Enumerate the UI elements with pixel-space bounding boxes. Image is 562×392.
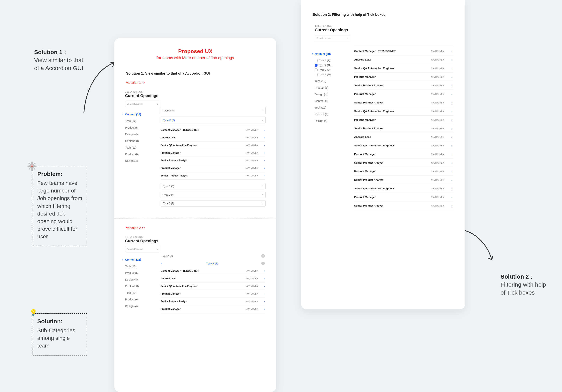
- job-location: NAVI MUMBAI: [246, 152, 261, 154]
- job-row[interactable]: Product ManagerNAVI MUMBAI›: [354, 193, 453, 202]
- accordion-type-d[interactable]: Type D (4) ⌃: [161, 192, 266, 198]
- job-name: Senior Product Analyst: [354, 101, 431, 104]
- checkbox-item[interactable]: ✓Type 2 (10): [315, 64, 346, 67]
- job-row[interactable]: Product ManagerNAVI MUMBAI›: [354, 167, 453, 176]
- category-item[interactable]: Product (6): [315, 86, 346, 89]
- job-row[interactable]: Senior QA Automation EngineerNAVI MUMBAI…: [161, 283, 266, 290]
- job-row[interactable]: Android LeadNAVI MUMBAI›: [161, 275, 266, 283]
- job-name: Senior Product Analyst: [354, 178, 431, 181]
- job-name: Senior QA Automation Engineer: [354, 110, 431, 113]
- job-row[interactable]: Android LeadNAVI MUMBAI›: [161, 134, 266, 142]
- job-row[interactable]: Senior QA Automation EngineerNAVI MUMBAI…: [161, 142, 266, 149]
- category-item[interactable]: Product (6): [315, 113, 346, 116]
- job-name: Senior QA Automation Engineer: [354, 187, 431, 190]
- variation-2-link[interactable]: Variation 2 >>: [126, 226, 276, 230]
- category-item[interactable]: Design (4): [315, 93, 346, 96]
- category-item[interactable]: Tech (12): [125, 146, 152, 149]
- category-item[interactable]: Product (6): [125, 271, 152, 274]
- job-row[interactable]: Product ManagerNAVI MUMBAI›: [161, 164, 266, 172]
- job-name: Content Manager - TET/UGC NET: [161, 270, 246, 272]
- job-row[interactable]: Product ManagerNAVI MUMBAI›: [161, 149, 266, 157]
- category-item[interactable]: Design (4): [125, 133, 152, 136]
- job-list: Content Manager - TET/UGC NETNAVI MUMBAI…: [354, 47, 453, 210]
- job-name: Content Manager - TET/UGC NET: [354, 50, 431, 52]
- annotation-title: Solution 2 :: [501, 273, 532, 280]
- job-row[interactable]: Android LeadNAVI MUMBAI›: [354, 133, 453, 141]
- job-location: NAVI MUMBAI: [431, 67, 449, 70]
- category-item[interactable]: Content (28): [125, 258, 152, 261]
- category-item[interactable]: Tech (12): [315, 106, 346, 109]
- job-row[interactable]: Senior Product AnalystNAVI MUMBAI›: [354, 158, 453, 167]
- search-input[interactable]: Search Keyword ⌕: [315, 35, 350, 41]
- job-row[interactable]: Senior Product AnalystNAVI MUMBAI›: [354, 81, 453, 90]
- category-item[interactable]: Product (6): [125, 126, 152, 129]
- category-item[interactable]: Content (28): [315, 52, 346, 56]
- search-input[interactable]: Search Keyword ⌕: [125, 101, 160, 107]
- job-name: Senior Product Analyst: [354, 161, 431, 164]
- job-row[interactable]: Content Manager - TET/UGC NETNAVI MUMBAI…: [354, 47, 453, 55]
- category-item[interactable]: Tech (12): [125, 291, 152, 294]
- category-list: Content (28)Tech (12)Product (6)Design (…: [125, 113, 152, 162]
- category-item[interactable]: Design (4): [315, 119, 346, 122]
- search-input[interactable]: Search Keyword ⌕: [125, 246, 160, 252]
- job-row[interactable]: Product ManagerNAVI MUMBAI›: [354, 150, 453, 158]
- job-name: Android Lead: [161, 277, 246, 280]
- job-row[interactable]: Senior QA Automation EngineerNAVI MUMBAI…: [354, 141, 453, 150]
- category-item[interactable]: Product (6): [125, 153, 152, 156]
- job-name: Senior Product Analyst: [354, 84, 431, 87]
- job-row[interactable]: Senior Product AnalystNAVI MUMBAI›: [161, 172, 266, 180]
- job-row[interactable]: Product ManagerNAVI MUMBAI›: [354, 73, 453, 81]
- job-row[interactable]: Android LeadNAVI MUMBAI›: [354, 55, 453, 64]
- job-name: Product Manager: [161, 292, 246, 295]
- job-row[interactable]: Product ManagerNAVI MUMBAI›: [354, 90, 453, 98]
- job-row[interactable]: Senior Product AnalystNAVI MUMBAI›: [161, 157, 266, 164]
- category-item[interactable]: Design (4): [125, 278, 152, 281]
- category-item[interactable]: Tech (12): [125, 265, 152, 268]
- checkbox-item[interactable]: Type 4 (10): [315, 73, 346, 76]
- job-row[interactable]: Senior QA Automation EngineerNAVI MUMBAI…: [354, 184, 453, 193]
- job-row[interactable]: Product ManagerNAVI MUMBAI›: [354, 116, 453, 124]
- chevron-right-icon: ›: [449, 170, 452, 173]
- accordion-type-b[interactable]: Type B (7) ⌄: [161, 117, 266, 124]
- job-row[interactable]: Product ManagerNAVI MUMBAI›: [161, 305, 266, 313]
- accordion-type-a[interactable]: Type A (8) ⌃: [161, 107, 266, 114]
- chevron-right-icon: ›: [449, 153, 452, 155]
- job-row[interactable]: Content Manager - TET/UGC NETNAVI MUMBAI…: [161, 267, 266, 275]
- category-item[interactable]: Design (4): [125, 305, 152, 308]
- category-item[interactable]: Design (4): [125, 159, 152, 162]
- accordion-type-c[interactable]: Type C (0) ⌃: [161, 183, 266, 189]
- job-row[interactable]: Senior Product AnalystNAVI MUMBAI›: [354, 202, 453, 210]
- close-icon[interactable]: ×: [261, 254, 265, 258]
- job-list: Content Manager - TET/UGC NETNAVI MUMBAI…: [161, 267, 266, 313]
- category-item[interactable]: Content (8): [125, 285, 152, 288]
- checkbox-item[interactable]: Type 3 (8): [315, 69, 346, 71]
- category-item[interactable]: Content (28): [125, 113, 152, 116]
- chevron-right-icon: ›: [449, 187, 452, 190]
- job-row[interactable]: Senior QA Automation EngineerNAVI MUMBAI…: [354, 107, 453, 116]
- tag-type-a[interactable]: Type A (8) ×: [161, 252, 266, 260]
- category-item[interactable]: Product (6): [125, 298, 152, 301]
- job-row[interactable]: Senior QA Automation EngineerNAVI MUMBAI…: [354, 64, 453, 73]
- category-item[interactable]: Content (8): [315, 99, 346, 103]
- category-item[interactable]: Tech (12): [125, 119, 152, 123]
- variation-1-link[interactable]: Variation 1 >>: [126, 81, 276, 84]
- variation-2-screen: 118 OPENINGS Current Openings Search Key…: [125, 234, 266, 313]
- job-row[interactable]: Senior Product AnalystNAVI MUMBAI›: [161, 298, 266, 305]
- category-item[interactable]: Tech (12): [315, 80, 346, 83]
- job-row[interactable]: Senior Product AnalystNAVI MUMBAI›: [354, 98, 453, 107]
- job-row[interactable]: Senior Product AnalystNAVI MUMBAI›: [354, 176, 453, 184]
- chevron-right-icon: ›: [449, 102, 452, 104]
- checkbox-item[interactable]: Type 1 (8): [315, 59, 346, 62]
- mockup-card-solution-2: Solution 2: Filtering with help of Tick …: [301, 0, 465, 309]
- category-rest-list: Tech (12)Product (6)Design (4)Content (8…: [315, 80, 346, 122]
- job-row[interactable]: Product ManagerNAVI MUMBAI›: [161, 290, 266, 298]
- job-row[interactable]: Content Manager - TET/UGC NETNAVI MUMBAI…: [161, 126, 266, 134]
- chevron-right-icon: ›: [261, 175, 265, 177]
- close-icon[interactable]: ×: [261, 261, 265, 265]
- chevron-right-icon: ›: [449, 50, 452, 52]
- job-row[interactable]: Senior Product AnalystNAVI MUMBAI›: [354, 124, 453, 133]
- category-item[interactable]: Content (8): [125, 139, 152, 143]
- chevron-up-icon: ⌃: [261, 194, 263, 196]
- accordion-type-e[interactable]: Type E (2) ⌃: [161, 200, 266, 207]
- tag-type-b[interactable]: Type B (7) ×: [161, 260, 266, 267]
